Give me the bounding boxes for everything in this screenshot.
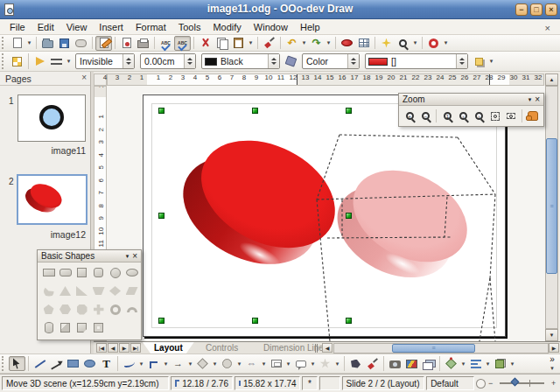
last-page-tab-button[interactable]: ▶| xyxy=(130,343,141,353)
insert-table-button[interactable] xyxy=(355,36,372,51)
shape-cube-button[interactable] xyxy=(57,319,74,336)
zoom-page-width-button[interactable] xyxy=(503,108,519,124)
redo-dropdown[interactable]: ▾ xyxy=(325,36,332,51)
curve-tool-button[interactable] xyxy=(121,356,137,371)
selection-handle-top-right[interactable] xyxy=(346,108,352,114)
gallery-button[interactable] xyxy=(420,356,437,371)
menu-item[interactable]: Help xyxy=(294,20,326,34)
shadow-button[interactable] xyxy=(471,54,487,69)
maximize-button[interactable]: □ xyxy=(530,4,542,16)
shift-button[interactable] xyxy=(525,108,541,124)
selection-handle-top-center[interactable] xyxy=(252,108,258,114)
menu-item[interactable]: Insert xyxy=(93,20,130,34)
arrange-dropdown[interactable]: ▾ xyxy=(508,356,516,371)
shape-diamond-button[interactable] xyxy=(107,283,123,299)
line-arrow-tool-button[interactable] xyxy=(48,356,65,371)
zoom-next-button[interactable]: › xyxy=(472,108,487,124)
document-close-icon[interactable]: × xyxy=(539,21,556,35)
selection-handle-middle-left[interactable] xyxy=(158,213,164,219)
ellipse-tool-button[interactable] xyxy=(81,356,98,371)
text-tool-button[interactable]: T xyxy=(98,356,115,371)
tab-layout[interactable]: Layout xyxy=(143,342,194,354)
minimize-button[interactable]: − xyxy=(515,4,528,16)
zoom-toolbar-titlebar[interactable]: Zoom ▾ × xyxy=(399,94,543,106)
redo-button[interactable]: ↷ xyxy=(308,36,325,51)
zoom-slider-track[interactable] xyxy=(500,382,544,384)
auto-spellcheck-button[interactable]: ABC xyxy=(174,36,191,51)
zoom-out-slider-button[interactable] xyxy=(476,379,486,388)
edit-file-button[interactable] xyxy=(95,36,112,51)
toolbar-grip[interactable] xyxy=(2,37,6,49)
block-arrows-button[interactable]: ⇔ xyxy=(243,356,260,371)
page-1-label[interactable]: image11 xyxy=(16,145,86,156)
toolbar-overflow-dropdown[interactable]: ▾ xyxy=(442,36,450,51)
menu-item[interactable]: Window xyxy=(248,20,294,34)
flowcharts-button[interactable] xyxy=(268,356,284,371)
arrow-style-button[interactable] xyxy=(48,54,65,69)
zoom-entire-page-button[interactable] xyxy=(487,108,503,124)
stars-button[interactable] xyxy=(317,356,333,371)
line-color-spinner[interactable] xyxy=(268,54,279,68)
spellcheck-button[interactable]: ABC xyxy=(158,36,174,51)
zoom-in-button[interactable]: + xyxy=(402,108,417,124)
horizontal-scrollbar-thumb[interactable] xyxy=(392,344,475,353)
select-tool-button[interactable] xyxy=(9,356,25,371)
fill-type-combo[interactable]: Color xyxy=(302,53,360,69)
callouts-dropdown[interactable]: ▾ xyxy=(309,356,317,371)
shape-pentagon-button[interactable] xyxy=(40,301,57,318)
shape-square-button[interactable] xyxy=(74,264,90,281)
curve-dropdown[interactable]: ▾ xyxy=(137,356,145,371)
toolbar-grip[interactable] xyxy=(2,356,6,371)
shape-cross-button[interactable] xyxy=(90,301,107,318)
next-page-tab-button[interactable]: ▶ xyxy=(119,343,130,353)
connector-dropdown[interactable]: ▾ xyxy=(162,356,170,371)
selection-handle-bottom-left[interactable] xyxy=(158,318,164,324)
zoom-slider-thumb[interactable] xyxy=(511,378,520,387)
line-style-spinner[interactable] xyxy=(122,54,134,68)
new-document-dropdown[interactable]: ▾ xyxy=(25,36,33,51)
zoom-toolbar-menu-icon[interactable]: ▾ xyxy=(525,96,536,103)
undo-button[interactable]: ↶ xyxy=(284,36,300,51)
shape-ellipse-button[interactable] xyxy=(123,264,140,281)
effects-button[interactable] xyxy=(443,356,459,371)
zoom-button[interactable] xyxy=(395,36,411,51)
shape-ring-button[interactable] xyxy=(107,301,123,318)
stars-dropdown[interactable]: ▾ xyxy=(333,356,341,371)
zoom-plus-button[interactable]: + xyxy=(549,379,558,388)
line-width-field[interactable]: 0.00cm xyxy=(140,53,196,69)
connector-tool-button[interactable] xyxy=(145,356,162,371)
rectangle-tool-button[interactable] xyxy=(65,356,81,371)
menu-item[interactable]: Modify xyxy=(206,20,247,34)
menu-item[interactable]: Tools xyxy=(172,20,207,34)
edit-points-button[interactable] xyxy=(347,356,364,371)
fill-type-spinner[interactable] xyxy=(347,54,359,68)
symbol-shapes-dropdown[interactable]: ▾ xyxy=(235,356,243,371)
page-style-indicator[interactable]: Default xyxy=(426,376,474,390)
arrange-button[interactable] xyxy=(492,356,508,371)
export-pdf-button[interactable] xyxy=(118,36,135,51)
zoom-minus-button[interactable]: − xyxy=(486,379,495,388)
paste-dropdown[interactable]: ▾ xyxy=(247,36,255,51)
shape-right-triangle-button[interactable] xyxy=(74,283,90,299)
page-1-thumbnail[interactable] xyxy=(18,94,86,142)
from-file-button[interactable] xyxy=(403,356,420,371)
line-button[interactable] xyxy=(32,54,48,69)
glue-points-button[interactable] xyxy=(364,356,381,371)
previous-page-tab-button[interactable]: ◀ xyxy=(108,343,118,353)
lines-arrows-button[interactable]: → xyxy=(170,356,186,371)
insert-picture-button[interactable] xyxy=(387,356,403,371)
menu-item[interactable]: Format xyxy=(130,20,172,34)
page-2-label[interactable]: image12 xyxy=(16,229,86,240)
toolbar-overflow-button[interactable]: » ▾ xyxy=(546,355,558,373)
styles-button[interactable] xyxy=(9,54,25,69)
line-width-spinner[interactable] xyxy=(184,54,195,68)
format-paintbrush-button[interactable] xyxy=(261,36,277,51)
line-fill-overflow-dropdown[interactable]: ▾ xyxy=(487,54,495,69)
tab-scrollbar-splitter[interactable] xyxy=(315,344,318,353)
symbol-shapes-button[interactable] xyxy=(219,356,235,371)
shape-folded-corner-button[interactable] xyxy=(74,319,90,336)
cut-button[interactable] xyxy=(197,36,214,51)
basic-shapes-titlebar[interactable]: Basic Shapes ▾ × xyxy=(38,250,141,262)
zoom-toolbar-close-icon[interactable]: × xyxy=(535,94,540,104)
shape-isosceles-triangle-button[interactable] xyxy=(57,283,74,299)
